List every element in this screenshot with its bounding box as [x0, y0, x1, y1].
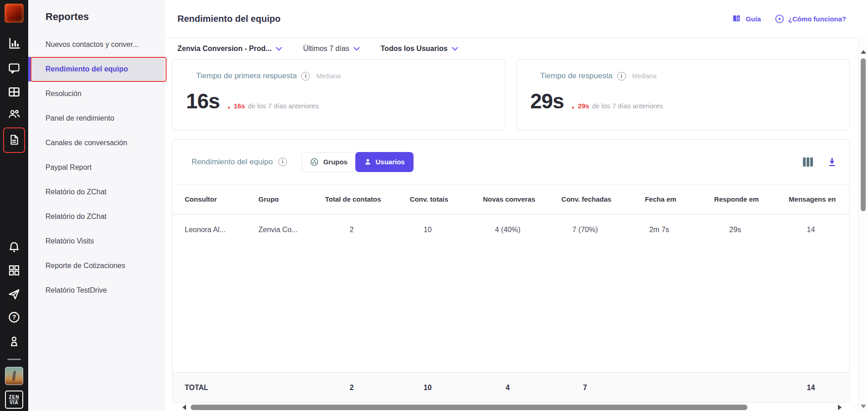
book-icon [732, 15, 742, 23]
horizontal-scroll-track[interactable] [189, 405, 835, 410]
delta-note: de los 7 días anteriores [248, 102, 319, 110]
scroll-left-arrow[interactable] [182, 405, 186, 410]
users-filter-dropdown[interactable]: Todos los Usuarios [381, 45, 458, 53]
scroll-up-arrow[interactable] [861, 50, 866, 54]
sidebar-item-resolucion[interactable]: Resolución [28, 81, 164, 106]
sidebar-item-reporte-cotizaciones[interactable]: Reporte de Cotizaciones [28, 254, 164, 278]
table-empty-space [172, 245, 849, 372]
card-title: Tiempo de respuesta [540, 71, 613, 81]
app-logo[interactable] [5, 4, 24, 23]
metric-value: 29s [530, 89, 564, 113]
card-title: Tiempo de primera respuesta [196, 71, 297, 81]
table-total-row: TOTAL 2 10 4 7 14 [172, 372, 849, 402]
metric-cards: Tiempo de primera respuesta Mediana 16s … [172, 59, 850, 131]
sidebar-item-relatorio-testdrive[interactable]: Relatório TestDrive [28, 278, 164, 303]
account-filter-dropdown[interactable]: Zenvia Conversion - Prod... [177, 45, 282, 53]
total-conv-totais: 10 [389, 384, 469, 392]
delta-value: 29s [578, 102, 589, 110]
play-circle-icon [775, 14, 784, 24]
column-header: Total de contatos [317, 195, 389, 203]
sidebar-title: Reportes [28, 0, 164, 23]
vertical-scrollbar[interactable] [858, 38, 868, 411]
table-header-row: Consultor Grupo Total de contatos Conv. … [172, 184, 849, 214]
horizontal-scroll-thumb[interactable] [191, 405, 747, 410]
cell-total-contatos: 2 [317, 226, 389, 234]
info-icon[interactable] [301, 72, 310, 81]
cell-mensagens: 14 [775, 226, 849, 234]
cell-fecha-em: 2m 7s [623, 226, 698, 234]
filter-bar: Zenvia Conversion - Prod... Últimos 7 dí… [165, 38, 858, 59]
guide-link[interactable]: Guía [732, 15, 761, 23]
how-it-works-link[interactable]: ¿Cómo funciona? [775, 14, 847, 24]
delta-value: 16s [234, 102, 245, 110]
zenvia-logo-icon[interactable] [5, 391, 23, 409]
reports-icon[interactable] [8, 37, 20, 50]
horizontal-scrollbar [182, 404, 842, 411]
sidebar-item-paypal-report[interactable]: Paypal Report [28, 155, 164, 180]
cell-novas-converas: 4 (40%) [469, 226, 550, 234]
column-header: Fecha em [623, 195, 698, 203]
main-content: Rendimiento del equipo Guía [165, 0, 858, 411]
column-header: Novas converas [469, 195, 550, 203]
rail-divider [7, 359, 21, 360]
sidebar-item-rendimiento-equipo[interactable]: Rendimiento del equipo [28, 57, 164, 81]
info-icon[interactable] [278, 157, 287, 166]
send-icon[interactable] [7, 288, 21, 300]
sidebar-item-relatorio-zchat-1[interactable]: Relatório do ZChat [28, 180, 164, 204]
delta-note: de los 7 días anteriores [592, 102, 663, 110]
sidebar-item-nuevos-contactos[interactable]: Nuevos contactos y conver... [28, 32, 164, 57]
sidebar-item-relatorio-visits[interactable]: Relatório Visits [28, 229, 164, 254]
sidebar-item-canales[interactable]: Canales de conversación [28, 131, 164, 155]
user-avatar[interactable] [5, 367, 23, 385]
info-icon[interactable] [617, 72, 626, 81]
team-icon[interactable] [7, 107, 21, 120]
total-contatos: 2 [317, 384, 389, 392]
user-icon [364, 158, 372, 166]
apps-icon[interactable] [8, 264, 20, 277]
page-title: Rendimiento del equipo [177, 14, 732, 24]
download-icon[interactable] [827, 157, 838, 167]
help-icon[interactable]: ? [8, 311, 20, 324]
delta-up-icon [227, 105, 231, 109]
team-performance-panel: Rendimiento del equipo Grupos [172, 139, 850, 403]
panel-title: Rendimiento del equipo [192, 157, 273, 167]
column-header: Mensagens en [775, 195, 849, 203]
board-icon[interactable] [8, 86, 20, 98]
first-response-time-card: Tiempo de primera respuesta Mediana 16s … [172, 59, 506, 131]
profile-icon[interactable] [8, 335, 20, 348]
sidebar-item-relatorio-zchat-2[interactable]: Relatório do ZChat [28, 204, 164, 229]
cell-responde-em: 29s [698, 226, 775, 234]
chevron-down-icon [353, 47, 360, 51]
cell-conv-totais: 10 [389, 226, 469, 234]
column-header: Responde em [698, 195, 775, 203]
svg-text:?: ? [12, 314, 16, 321]
total-label: TOTAL [185, 384, 258, 392]
cell-grupo: Zenvia Co... [258, 226, 317, 234]
period-filter-dropdown[interactable]: Últimos 7 días [303, 45, 359, 53]
card-qualifier: Mediana [632, 72, 657, 80]
columns-icon[interactable] [802, 157, 814, 167]
vertical-scroll-thumb[interactable] [861, 58, 866, 211]
toggle-users-button[interactable]: Usuarios [355, 152, 414, 172]
document-icon[interactable] [8, 133, 20, 146]
app-window: ? Reportes Nuevos contactos y conver... … [0, 0, 868, 411]
table-row[interactable]: Leonora Al... Zenvia Co... 2 10 4 (40%) … [172, 214, 849, 245]
bell-icon[interactable] [8, 241, 20, 254]
total-conv-fechadas: 7 [550, 384, 623, 392]
chat-icon[interactable] [8, 62, 20, 75]
scroll-down-arrow[interactable] [861, 405, 866, 408]
metric-value: 16s [186, 89, 220, 113]
scroll-right-arrow[interactable] [838, 405, 842, 410]
column-header: Conv. fechadas [550, 195, 623, 203]
sidebar-item-panel-rendimiento[interactable]: Panel de rendimiento [28, 106, 164, 131]
chevron-down-icon [452, 47, 458, 51]
total-mensagens: 14 [775, 384, 849, 392]
card-qualifier: Mediana [316, 72, 341, 80]
toggle-groups-button[interactable]: Grupos [302, 152, 356, 172]
column-header: Grupo [258, 195, 317, 203]
reports-sidebar: Reportes Nuevos contactos y conver... Re… [28, 0, 165, 411]
total-novas-converas: 4 [469, 384, 550, 392]
cell-conv-fechadas: 7 (70%) [550, 226, 623, 234]
cell-consultor: Leonora Al... [185, 226, 258, 234]
reports-menu: Nuevos contactos y conver... Rendimiento… [28, 32, 164, 303]
